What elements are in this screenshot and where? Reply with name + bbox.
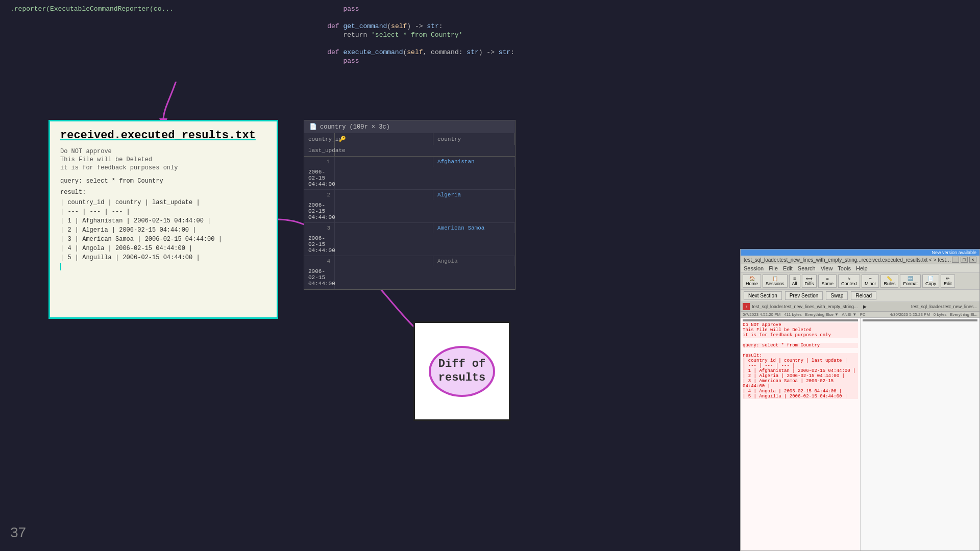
menu-search[interactable]: Search: [798, 265, 816, 271]
toolbar-all[interactable]: ≡All: [789, 274, 800, 288]
diff-title: test_sql_loader.test_new_lines_with_empt…: [744, 257, 952, 263]
menu-file[interactable]: File: [769, 265, 778, 271]
prev-section-button[interactable]: Prev Section: [785, 291, 823, 300]
db-table-view: 📄 country (109r × 3c) country_id 🔑 count…: [304, 120, 516, 290]
diff-left-line-10: | 1 | Afghanistan | 2006-02-15 04:44:00 …: [743, 368, 858, 373]
results-file-title: received.executed_results.txt: [60, 129, 266, 142]
diff-titlebar: test_sql_loader.test_new_lines_with_empt…: [741, 256, 979, 264]
menu-edit[interactable]: Edit: [783, 265, 793, 271]
toolbar-diffs[interactable]: ⟺Diffs: [802, 274, 817, 288]
diff-left-line-7: result:: [743, 353, 858, 358]
db-table-header: 📄 country (109r × 3c): [304, 120, 515, 133]
diff-content-area: Do NOT approve This File will be Deleted…: [741, 318, 979, 550]
results-row-1: | 1 | Afghanistan | 2006-02-15 04:44:00 …: [60, 216, 266, 226]
col-key: 🔑: [335, 133, 433, 145]
diff-left-line-4: [743, 338, 858, 343]
diff-left-line-14: | 5 | Anguilla | 2006-02-15 04:44:00 |: [743, 394, 858, 399]
toolbar-rules[interactable]: 📏Rules: [880, 274, 898, 288]
diff-left-line-13: | 4 | Angola | 2006-02-15 04:44:00 |: [743, 389, 858, 394]
diff-file-right-path: test_sql_loader.test_new_lines...: [869, 304, 978, 309]
db-cell-k-3: [335, 223, 433, 233]
swap-button[interactable]: Swap: [826, 291, 848, 300]
results-table-header: | country_id | country | last_update |: [60, 198, 266, 207]
db-cell-date-1: 2006-02-15 04:44:00: [304, 167, 335, 189]
db-cell-date-4: 2006-02-15 04:44:00: [304, 266, 335, 289]
minimize-button[interactable]: _: [952, 257, 959, 263]
code-top-left: .reporter(ExecutableCommandReporter(co..…: [0, 0, 286, 82]
menu-help[interactable]: Help: [856, 265, 868, 271]
toolbar-home[interactable]: 🏠Home: [743, 274, 761, 288]
toolbar-same[interactable]: =Same: [818, 274, 837, 288]
maximize-button[interactable]: □: [961, 257, 968, 263]
diff-left-pane: Do NOT approve This File will be Deleted…: [741, 318, 861, 550]
diff-circle: Diff ofresults: [429, 346, 495, 397]
results-row-2: | 2 | Algeria | 2006-02-15 04:44:00 |: [60, 226, 266, 235]
results-content: query: select * from Country result: | c…: [60, 177, 266, 271]
diff-navbar: Next Section Prev Section Swap Reload: [741, 290, 979, 302]
results-notice-2: This File will be Deleted: [60, 156, 266, 163]
new-version-bar[interactable]: New version available: [741, 249, 979, 256]
code-return: return 'select * from Country': [311, 31, 699, 39]
db-cell-id-4: 4: [304, 256, 335, 266]
diff-left-meta: 5/7/2023 4:52:20 PM 411 bytes Everything…: [743, 312, 890, 317]
db-cell-id-1: 1: [304, 157, 335, 167]
diff-right-marker: [863, 319, 978, 321]
code-def-get: def get_command(self) -> str:: [311, 22, 699, 30]
results-label: result:: [60, 188, 266, 197]
db-cell-country-1[interactable]: Afghanistan: [433, 157, 515, 167]
db-row-3: 3 American Samoa 2006-02-15 04:44:00: [304, 223, 515, 256]
reload-button[interactable]: Reload: [851, 291, 876, 300]
page-number: 37: [10, 524, 26, 541]
results-row-4: | 4 | Angola | 2006-02-15 04:44:00 |: [60, 244, 266, 253]
db-cell-country-2[interactable]: Algeria: [433, 190, 515, 200]
db-cell-date-2: 2006-02-15 04:44:00: [304, 200, 335, 222]
col-date: last_update: [304, 145, 335, 156]
diff-left-line-2: This File will be Deleted: [743, 328, 858, 333]
db-row-4: 4 Angola 2006-02-15 04:44:00: [304, 256, 515, 289]
results-table-sep: | --- | --- | --- |: [60, 207, 266, 216]
diff-left-line-9: | --- | --- | --- |: [743, 363, 858, 368]
diff-left-line-5: query: select * from Country: [743, 343, 858, 348]
diff-toolbar: 🏠Home 📋Sessions ≡All ⟺Diffs =Same ≈Conte…: [741, 273, 979, 290]
results-row-3: | 3 | American Samoa | 2006-02-15 04:44:…: [60, 235, 266, 244]
toolbar-minor[interactable]: ~Minor: [862, 274, 879, 288]
diff-left-line-8: | country_id | country | last_update |: [743, 358, 858, 363]
next-section-button[interactable]: Next Section: [744, 291, 782, 300]
code-top-right: pass def get_command(self) -> str: retur…: [301, 0, 709, 102]
results-cursor: [60, 262, 266, 271]
diff-file-bar: ! test_sql_loader.test_new_lines_with_em…: [741, 302, 979, 312]
toolbar-copy[interactable]: 📄Copy: [922, 274, 939, 288]
diff-left-line-11: | 2 | Algeria | 2006-02-15 04:44:00 |: [743, 373, 858, 379]
menu-view[interactable]: View: [821, 265, 833, 271]
db-cell-country-4[interactable]: Angola: [433, 256, 515, 266]
diff-file-left-path: test_sql_loader.test_new_lines_with_empt…: [752, 304, 861, 309]
db-cell-country-3[interactable]: American Samoa: [433, 223, 515, 233]
code-pass-2: pass: [311, 57, 699, 65]
close-button[interactable]: ×: [969, 257, 976, 263]
diff-nav-arrow: ▶: [863, 304, 867, 309]
toolbar-format[interactable]: 🔤Format: [900, 274, 921, 288]
db-row-1: 1 Afghanistan 2006-02-15 04:44:00: [304, 157, 515, 190]
diff-left-line-3: it is for feedback purposes only: [743, 333, 858, 338]
diff-left-line-6: [743, 348, 858, 353]
code-line-reporter: .reporter(ExecutableCommandReporter(co..…: [10, 5, 276, 13]
toolbar-sessions[interactable]: 📋Sessions: [763, 274, 788, 288]
diff-menubar: Session File Edit Search View Tools Help: [741, 264, 979, 273]
menu-session[interactable]: Session: [744, 265, 764, 271]
col-country: country: [433, 133, 515, 145]
results-notice-3: it is for feedback purposes only: [60, 164, 266, 171]
db-table-title: country (109r × 3c): [320, 123, 390, 131]
diff-file-meta: 5/7/2023 4:52:20 PM 411 bytes Everything…: [741, 312, 979, 318]
diff-tool-panel: New version available test_sql_loader.te…: [740, 249, 980, 551]
toolbar-context[interactable]: ≈Context: [838, 274, 860, 288]
diff-right-pane: [861, 318, 980, 550]
code-pass-1: pass: [311, 5, 699, 13]
menu-tools[interactable]: Tools: [838, 265, 851, 271]
db-cell-k-1: [335, 157, 433, 167]
db-icon: 📄: [309, 123, 317, 131]
db-cell-k-2: [335, 190, 433, 200]
diff-circle-text: Diff ofresults: [438, 358, 485, 385]
code-def-exec: def execute_command(self, command: str) …: [311, 48, 699, 56]
db-row-2: 2 Algeria 2006-02-15 04:44:00: [304, 190, 515, 223]
toolbar-edit[interactable]: ✏Edit: [941, 274, 955, 288]
